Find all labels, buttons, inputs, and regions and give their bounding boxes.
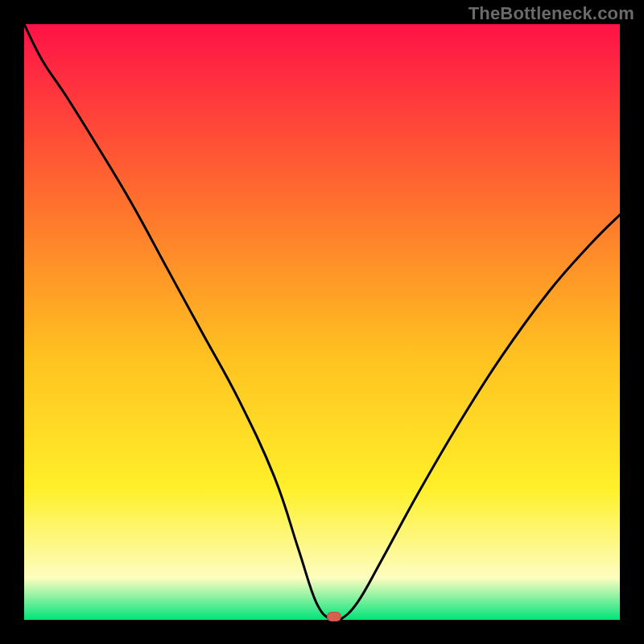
chart-frame: TheBottleneck.com [0, 0, 644, 644]
bottleneck-plot [24, 24, 620, 620]
current-config-marker [327, 612, 341, 621]
gradient-background [24, 24, 620, 620]
attribution-label: TheBottleneck.com [469, 3, 634, 24]
